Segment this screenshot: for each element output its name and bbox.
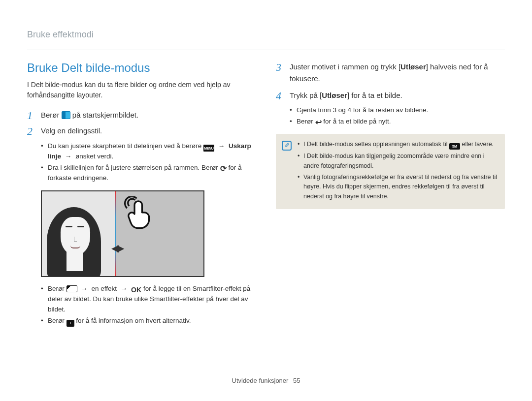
text: Trykk på [	[290, 91, 322, 99]
text: Du kan justere skarpheten til delelinjen…	[48, 142, 203, 150]
back-icon	[315, 119, 322, 126]
text: for å få informasjon om hvert alternativ…	[76, 317, 191, 324]
text: Juster motivet i rammen og trykk [	[290, 62, 400, 71]
effect-icon	[66, 285, 77, 292]
split-line	[115, 191, 116, 276]
text: en effekt	[92, 285, 119, 292]
step-body: Velg en delingsstil.	[41, 125, 256, 138]
section-title: Bruke Delt bilde-modus	[27, 61, 256, 75]
resolution-icon: 5M	[449, 143, 460, 150]
menu-icon: MENU	[203, 145, 214, 152]
divider	[27, 50, 505, 50]
note-icon	[282, 141, 292, 151]
text: Berør	[48, 317, 66, 324]
step-2-subpoints-after: Berør → en effekt → OK for å legge til e…	[41, 284, 256, 327]
refresh-icon	[220, 165, 227, 173]
step-2-subpoints: Du kan justere skarpheten til delelinjen…	[41, 141, 256, 184]
arrow-icon: →	[216, 142, 227, 150]
note-item: I Delt bilde-modus settes oppløsningen a…	[298, 140, 498, 150]
step-4-subpoints: Gjenta trinn 3 og 4 for å ta resten av b…	[290, 105, 505, 127]
note-box: I Delt bilde-modus settes oppløsningen a…	[276, 134, 505, 209]
subpoint: Dra i skillelinjen for å justere størrel…	[41, 163, 256, 184]
step-3: 3 Juster motivet i rammen og trykk [Utlø…	[276, 61, 505, 85]
text: eller lavere.	[462, 141, 494, 148]
step-1: 1 Berør på startskjermbildet.	[27, 109, 256, 122]
page-footer: Utvidede funksjoner 55	[0, 377, 532, 384]
info-icon: i	[66, 320, 74, 327]
step-number: 1	[27, 109, 36, 122]
text: ønsket verdi.	[75, 153, 113, 160]
arrow-icon: →	[79, 285, 90, 292]
step-number: 3	[276, 61, 285, 85]
left-column: Bruke Delt bilde-modus I Delt bilde-modu…	[27, 61, 256, 334]
step-body: Juster motivet i rammen og trykk [Utløse…	[290, 61, 505, 85]
arrow-icon: →	[119, 285, 130, 292]
subpoint: Gjenta trinn 3 og 4 for å ta resten av b…	[290, 105, 505, 116]
text: Berør	[48, 285, 66, 292]
face-illustration	[47, 202, 106, 276]
step-2: 2 Velg en delingsstil.	[27, 125, 256, 138]
text: ] for å ta et bilde.	[347, 91, 402, 99]
touch-gesture-icon	[123, 196, 157, 231]
right-column: 3 Juster motivet i rammen og trykk [Utlø…	[276, 61, 505, 334]
split-shot-illustration: ◀▶	[41, 190, 204, 277]
step-body: Berør på startskjermbildet.	[41, 109, 256, 122]
note-item: Vanlig fotograferingsrekkefølge er fra ø…	[298, 173, 498, 201]
step-4: 4 Trykk på [Utløser] for å ta et bilde.	[276, 90, 505, 102]
bold-text: Utløser	[322, 91, 347, 99]
split-shot-icon	[62, 111, 70, 119]
breadcrumb: Bruke effektmodi	[27, 30, 505, 40]
text: for å ta et bilde på nytt.	[323, 118, 391, 125]
note-item: I Delt bilde-modus kan tilgjengelig zoom…	[298, 152, 498, 171]
step-number: 4	[276, 90, 285, 102]
text: I Delt bilde-modus settes oppløsningen a…	[303, 141, 449, 148]
page-number: 55	[293, 377, 300, 384]
subpoint: Berør → en effekt → OK for å legge til e…	[41, 284, 256, 315]
text: Berør	[41, 111, 62, 119]
footer-text: Utvidede funksjoner	[232, 377, 289, 384]
drag-arrows-icon: ◀▶	[111, 242, 122, 254]
subpoint: Berør i for å få informasjon om hvert al…	[41, 316, 256, 327]
content-columns: Bruke Delt bilde-modus I Delt bilde-modu…	[27, 61, 505, 334]
subpoint: Berør for å ta et bilde på nytt.	[290, 117, 505, 127]
text: Berør	[297, 118, 315, 125]
text: for å legge til en Smartfilter-effekt på…	[48, 285, 250, 313]
text: Dra i skillelinjen for å justere størrel…	[48, 164, 220, 171]
bold-text: Utløser	[400, 62, 426, 71]
arrow-icon: →	[63, 153, 74, 160]
intro-text: I Delt bilde-modus kan du ta flere bilde…	[27, 80, 256, 100]
ok-icon: OK	[131, 286, 141, 293]
step-number: 2	[27, 125, 36, 138]
step-body: Trykk på [Utløser] for å ta et bilde.	[290, 90, 505, 102]
subpoint: Du kan justere skarpheten til delelinjen…	[41, 141, 256, 162]
text: på startskjermbildet.	[72, 111, 138, 119]
